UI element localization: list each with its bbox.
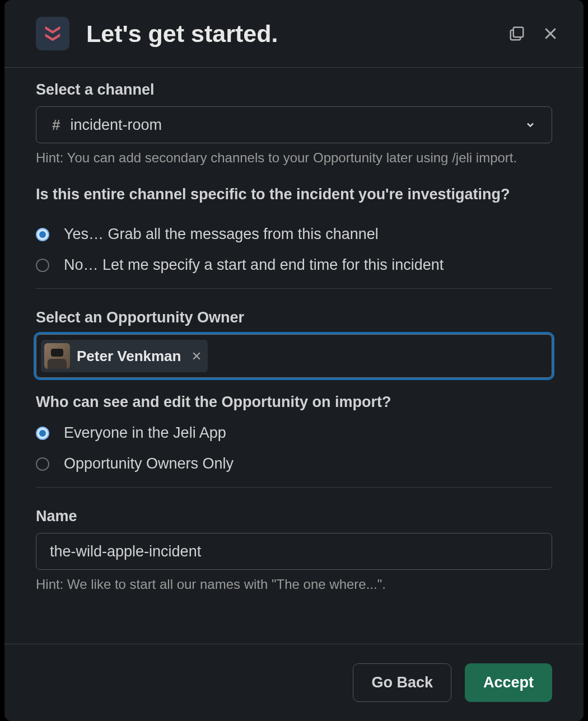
new-window-icon [508, 25, 525, 42]
divider [36, 288, 552, 289]
radio-label: Yes… Grab all the messages from this cha… [64, 226, 379, 243]
visibility-option-everyone[interactable]: Everyone in the Jeli App [36, 424, 552, 442]
modal-body: Select a channel # incident-room Hint: Y… [4, 68, 584, 644]
close-icon [191, 350, 202, 362]
visibility-question: Who can see and edit the Opportunity on … [36, 394, 552, 411]
channel-hint: Hint: You can add secondary channels to … [36, 150, 552, 166]
channel-label: Select a channel [36, 81, 552, 99]
avatar [44, 343, 70, 369]
app-icon [36, 17, 69, 50]
owner-name: Peter Venkman [77, 348, 181, 365]
visibility-radio-group: Everyone in the Jeli App Opportunity Own… [36, 424, 552, 472]
close-button[interactable] [542, 25, 559, 42]
accept-button[interactable]: Accept [465, 663, 552, 702]
name-input-box [36, 533, 552, 570]
modal-footer: Go Back Accept [4, 644, 584, 721]
radio-label: No… Let me specify a start and end time … [64, 256, 444, 274]
modal: Let's get started. Select a channel # in… [4, 0, 584, 721]
svg-rect-0 [514, 27, 524, 38]
chip-remove-button[interactable] [191, 350, 202, 362]
scope-option-no[interactable]: No… Let me specify a start and end time … [36, 256, 552, 274]
jeli-logo-icon [41, 22, 64, 45]
go-back-button[interactable]: Go Back [353, 663, 451, 702]
divider [36, 487, 552, 488]
name-input[interactable] [36, 533, 552, 569]
owner-label: Select an Opportunity Owner [36, 309, 552, 326]
radio-label: Opportunity Owners Only [64, 455, 234, 472]
scope-question: Is this entire channel specific to the i… [36, 186, 552, 203]
owner-field[interactable]: Peter Venkman [36, 334, 552, 378]
radio-label: Everyone in the Jeli App [64, 424, 226, 442]
scope-radio-group: Yes… Grab all the messages from this cha… [36, 226, 552, 274]
radio-icon [36, 228, 49, 241]
scope-option-yes[interactable]: Yes… Grab all the messages from this cha… [36, 226, 552, 243]
radio-icon [36, 427, 49, 440]
channel-select[interactable]: # incident-room [36, 106, 552, 143]
hash-icon: # [52, 116, 60, 134]
visibility-option-owners[interactable]: Opportunity Owners Only [36, 455, 552, 472]
channel-value: incident-room [70, 116, 525, 134]
name-hint: Hint: We like to start all our names wit… [36, 577, 552, 592]
modal-header: Let's get started. [4, 0, 584, 68]
close-icon [542, 25, 559, 42]
modal-title: Let's get started. [86, 20, 508, 48]
radio-icon [36, 457, 49, 471]
radio-icon [36, 259, 49, 272]
header-actions [508, 25, 559, 42]
new-window-button[interactable] [508, 25, 525, 42]
name-label: Name [36, 508, 552, 525]
owner-chip[interactable]: Peter Venkman [41, 340, 208, 372]
chevron-down-icon [525, 119, 536, 130]
